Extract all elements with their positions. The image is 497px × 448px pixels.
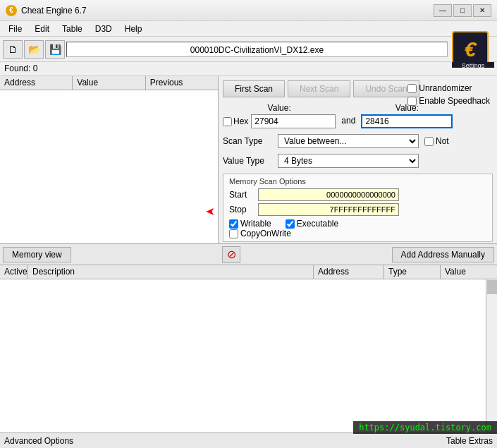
scan-type-row: Scan Type Exact Value Bigger than... Sma… (223, 134, 493, 148)
title-bar-left: € Cheat Engine 6.7 (6, 5, 87, 16)
scan-type-dropdown[interactable]: Exact Value Bigger than... Smaller than.… (278, 134, 419, 148)
stop-label: Stop (229, 205, 254, 214)
mem-scan-title: Memory Scan Options (229, 177, 486, 186)
executable-label: Executable (286, 219, 338, 229)
hex-label: Hex (233, 116, 248, 126)
col-previous[interactable]: Previous (146, 76, 218, 90)
value-inputs-row: Value: Hex and Value: (223, 103, 493, 128)
advanced-options[interactable]: Advanced Options (4, 436, 73, 446)
col-address[interactable]: Address (0, 76, 73, 90)
not-checkbox[interactable] (424, 137, 434, 146)
copyonwrite-text: CopyOnWrite (240, 229, 291, 238)
scrollbar[interactable] (486, 279, 497, 432)
found-bar: Found: 0 (0, 62, 497, 76)
copyonwrite-label: CopyOnWrite (229, 229, 291, 238)
scan-results-list (0, 90, 218, 243)
not-label: Not (436, 136, 449, 146)
value-input-2[interactable] (361, 114, 453, 128)
right-panel: First Scan Next Scan Undo Scan Value: He… (219, 76, 497, 243)
stop-input[interactable] (258, 203, 399, 216)
hex-value-row: Hex (223, 114, 336, 128)
open-button[interactable]: 📂 (24, 40, 44, 59)
menu-d3d[interactable]: D3D (90, 23, 118, 35)
speedhack-label: Enable Speedhack (407, 96, 490, 106)
title-bar: € Cheat Engine 6.7 — □ ✕ (0, 0, 497, 21)
toolbar: 🗋 📂 💾 000010DC-CivilizationVI_DX12.exe €… (0, 37, 497, 62)
value-left-group: Value: Hex (223, 103, 336, 128)
new-button[interactable]: 🗋 (3, 40, 23, 59)
app-icon: € (6, 5, 17, 16)
save-button[interactable]: 💾 (45, 40, 65, 59)
memory-view-button[interactable]: Memory view (3, 247, 71, 262)
close-button[interactable]: ✕ (473, 4, 491, 17)
unrandomizer-text: Unrandomizer (419, 83, 472, 93)
lower-table-header: Active Description Address Type Value (0, 265, 497, 279)
lower-col-value[interactable]: Value (441, 265, 497, 279)
col-value[interactable]: Value (73, 76, 145, 90)
left-panel: Address Value Previous (0, 76, 219, 243)
lower-section: Active Description Address Type Value (0, 265, 497, 432)
lower-col-address[interactable]: Address (314, 265, 384, 279)
table-extras[interactable]: Table Extras (446, 436, 493, 446)
menu-bar: File Edit Table D3D Help (0, 21, 497, 37)
window-title: Cheat Engine 6.7 (21, 6, 87, 16)
writable-executable-row: Writable Executable (229, 219, 486, 229)
lower-table-area (0, 279, 497, 432)
value-type-label: Value Type (223, 156, 272, 166)
arrow-icon: ➤ (206, 205, 215, 218)
menu-help[interactable]: Help (119, 23, 148, 35)
hex-check-label: Hex (223, 116, 248, 126)
copyonwrite-checkbox[interactable] (229, 229, 238, 238)
menu-edit[interactable]: Edit (29, 23, 55, 35)
url-overlay: https://syudal.tistory.com (353, 421, 497, 434)
menu-table[interactable]: Table (56, 23, 88, 35)
list-header: Address Value Previous (0, 76, 218, 90)
window-controls: — □ ✕ (434, 4, 491, 17)
writable-label: Writable (229, 219, 271, 229)
minimize-button[interactable]: — (434, 4, 452, 17)
and-label: and (341, 116, 355, 126)
value-label-1: Value: (223, 103, 336, 113)
scan-type-label: Scan Type (223, 136, 272, 146)
settings-label: Settings (452, 62, 494, 68)
lower-col-active[interactable]: Active (0, 265, 28, 279)
right-checks-panel: Unrandomizer Enable Speedhack (407, 83, 490, 106)
status-bar: Advanced Options https://syudal.tistory.… (0, 432, 497, 448)
maximize-button[interactable]: □ (453, 4, 472, 17)
memory-scan-section: Memory Scan Options Start Stop Writable (223, 174, 493, 242)
unrandomizer-label: Unrandomizer (407, 83, 490, 93)
next-scan-button[interactable]: Next Scan (288, 80, 350, 97)
hex-checkbox[interactable] (223, 117, 232, 126)
stop-row: Stop (229, 203, 486, 216)
value-input-1[interactable] (251, 114, 336, 128)
not-check-label: Not (424, 136, 449, 146)
start-input[interactable] (258, 188, 399, 201)
delete-button[interactable]: ⊘ (222, 246, 240, 263)
url-text: https://syudal.tistory.com (359, 423, 491, 432)
lower-col-description[interactable]: Description (28, 265, 314, 279)
value-2-row (361, 114, 453, 128)
unrandomizer-checkbox[interactable] (407, 84, 417, 93)
delete-icon: ⊘ (227, 248, 236, 261)
process-bar: 000010DC-CivilizationVI_DX12.exe (66, 42, 448, 57)
copyonwrite-row: CopyOnWrite (229, 229, 486, 238)
value-right-group: Value: (361, 103, 453, 128)
value-type-row: Value Type Byte 2 Bytes 4 Bytes 8 Bytes … (223, 154, 493, 168)
speedhack-checkbox[interactable] (407, 97, 417, 106)
add-address-button[interactable]: Add Address Manually (392, 247, 494, 262)
first-scan-button[interactable]: First Scan (223, 80, 285, 97)
start-label: Start (229, 190, 254, 200)
main-area: Address Value Previous First Scan Next S… (0, 76, 497, 243)
start-row: Start (229, 188, 486, 201)
executable-checkbox[interactable] (286, 219, 295, 229)
writable-text: Writable (240, 219, 271, 229)
value-type-dropdown[interactable]: Byte 2 Bytes 4 Bytes 8 Bytes Float Doubl… (278, 154, 419, 168)
lower-col-type[interactable]: Type (384, 265, 441, 279)
writable-checkbox[interactable] (229, 219, 238, 229)
executable-text: Executable (297, 219, 338, 229)
menu-file[interactable]: File (3, 23, 27, 35)
bottom-toolbar: Memory view ⊘ Add Address Manually (0, 243, 497, 265)
scrollbar-thumb (487, 280, 497, 294)
speedhack-text: Enable Speedhack (419, 96, 490, 106)
